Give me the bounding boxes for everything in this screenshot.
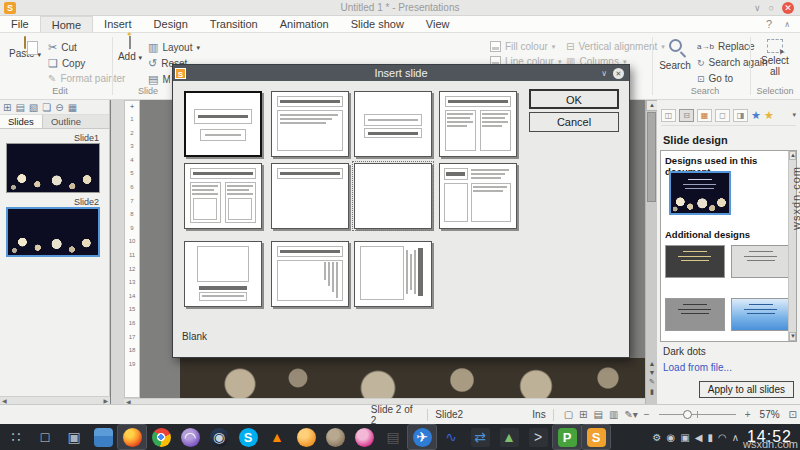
light-design-thumbnail[interactable]	[731, 245, 791, 278]
highlight-mini-icon[interactable]: ▮	[650, 388, 654, 396]
show-desktop-icon[interactable]: □	[31, 425, 59, 449]
volume-tray-icon[interactable]: ◀	[695, 432, 703, 443]
slide-list-item[interactable]: Slide1	[6, 133, 103, 193]
styles-icon[interactable]: ◻	[715, 109, 730, 122]
select-all-button[interactable]: Select all	[756, 39, 794, 77]
panel-tab-outline[interactable]: Outline	[43, 115, 89, 128]
content-title-layout[interactable]	[439, 163, 517, 229]
file-manager-icon[interactable]	[89, 425, 117, 449]
steam-icon[interactable]: ◉	[205, 425, 233, 449]
title-content-layout[interactable]	[271, 91, 349, 157]
blue-design-thumbnail[interactable]	[731, 298, 791, 331]
prev-slide-icon[interactable]: ▲	[649, 360, 656, 367]
new-slide-icon[interactable]: ▧	[29, 102, 38, 113]
messenger-app-icon[interactable]: ✈	[408, 425, 436, 449]
slide-thumbnail[interactable]	[6, 143, 100, 193]
menu-tab-insert[interactable]: Insert	[93, 16, 143, 32]
wifi-tray-icon[interactable]: ◠	[718, 432, 727, 443]
pen-tools-icon[interactable]: ✎▾	[624, 409, 637, 420]
cut-button[interactable]: ✂Cut	[48, 41, 77, 54]
content-caption-layout[interactable]	[184, 241, 262, 307]
zoom-slider-handle[interactable]	[683, 410, 692, 419]
audio-app-icon[interactable]: ∿	[437, 425, 465, 449]
format-painter-button[interactable]: ✎Format painter	[48, 73, 125, 84]
scrollbar-thumb[interactable]	[647, 112, 656, 202]
normal-view-icon[interactable]: ▢	[564, 409, 573, 420]
dialog-close-icon[interactable]: ✕	[613, 68, 624, 79]
zoom-in-button[interactable]: +	[745, 409, 751, 420]
gray-design-thumbnail[interactable]	[665, 298, 725, 331]
next-slide-icon[interactable]: ▼	[649, 369, 656, 376]
menu-tab-home[interactable]: Home	[40, 16, 93, 32]
menu-tab-slide-show[interactable]: Slide show	[340, 16, 415, 32]
vlc-icon[interactable]: ▲	[263, 425, 291, 449]
collapse-ribbon-icon[interactable]: ∧	[784, 20, 790, 29]
vertical-title-text-layout[interactable]	[354, 241, 432, 307]
slideshow-icon[interactable]: ▦	[68, 102, 77, 113]
custom-animation-icon[interactable]: ⊟	[679, 109, 694, 122]
battery-tray-icon[interactable]: ▮	[707, 432, 713, 443]
navigator-icon[interactable]: ◨	[733, 109, 748, 122]
record-tray-icon[interactable]: ◉	[666, 432, 675, 443]
used-design-thumbnail[interactable]	[669, 171, 731, 215]
menu-tab-animation[interactable]: Animation	[269, 16, 340, 32]
zoom-out-button[interactable]: −	[644, 409, 650, 420]
app-launcher-icon[interactable]: ∷	[2, 425, 30, 449]
clipboard-app-icon[interactable]: ▤	[379, 425, 407, 449]
fit-slide-icon[interactable]: ⊡	[789, 409, 797, 420]
notes-page-icon[interactable]: ▤	[593, 409, 602, 420]
title-only-layout[interactable]	[271, 163, 349, 229]
menu-tab-transition[interactable]: Transition	[199, 16, 269, 32]
manage-button[interactable]: ▤Manage	[148, 73, 170, 86]
replace-button[interactable]: a→bReplace	[697, 41, 755, 52]
menu-tab-view[interactable]: View	[415, 16, 461, 32]
music-player-icon[interactable]	[292, 425, 320, 449]
close-icon[interactable]: ✕	[782, 2, 794, 14]
canvas-vertical-scrollbar[interactable]: ▲ ▲ ▼ ✎ ▮	[645, 100, 657, 404]
image-viewer-icon[interactable]: ▲	[495, 425, 523, 449]
chrome-icon[interactable]	[147, 425, 175, 449]
two-content-layout[interactable]	[184, 163, 262, 229]
slide-list-item[interactable]: Slide2	[6, 197, 103, 257]
slides-panel-scrollbar[interactable]: ◀▶	[0, 396, 110, 404]
zoom-slider[interactable]	[659, 414, 736, 415]
title-slide-layout[interactable]	[184, 91, 262, 157]
web-browser-icon[interactable]: ◠	[176, 425, 204, 449]
skype-icon[interactable]: S	[234, 425, 262, 449]
dark-design-thumbnail[interactable]	[665, 245, 725, 278]
outline-view-icon[interactable]: ▤	[15, 102, 24, 113]
star-yellow-icon[interactable]: ★	[764, 109, 774, 122]
clipboard-tray-icon[interactable]: ▣	[680, 432, 689, 443]
pen-mini-icon[interactable]: ✎	[649, 378, 655, 386]
screenshot-tool-icon[interactable]: ▣	[60, 425, 88, 449]
menu-tab-design[interactable]: Design	[143, 16, 199, 32]
cancel-button[interactable]: Cancel	[529, 112, 619, 132]
load-from-file-link[interactable]: Load from file...	[663, 362, 732, 373]
transfer-app-icon[interactable]: ⇄	[466, 425, 494, 449]
master-pages-icon[interactable]: ◫	[661, 109, 676, 122]
title-vertical-text-layout[interactable]	[271, 241, 349, 307]
tray-expand-icon[interactable]: ∧	[732, 432, 739, 443]
ok-button[interactable]: OK	[529, 89, 619, 109]
duplicate-slide-icon[interactable]: ❏	[42, 102, 51, 113]
blank-layout[interactable]	[354, 163, 432, 229]
search-button[interactable]: Search	[658, 39, 692, 71]
gimp-icon[interactable]	[321, 425, 349, 449]
layout-button[interactable]: ▥Layout▾	[148, 41, 200, 54]
slide-sorter-icon[interactable]: ⊞	[579, 409, 587, 420]
presentations-app-icon[interactable]: S	[582, 425, 610, 449]
gallery-icon[interactable]: ▦	[697, 109, 712, 122]
title-two-content-layout[interactable]	[439, 91, 517, 157]
dialog-titlebar[interactable]: S Insert slide ∨ ✕	[173, 65, 629, 81]
firefox-icon[interactable]	[118, 425, 146, 449]
paste-button[interactable]: Paste ▾	[8, 37, 42, 59]
settings-tray-icon[interactable]: ⚙	[653, 432, 662, 443]
normal-view-icon[interactable]: ⊞	[3, 102, 11, 113]
terminal-icon[interactable]: >	[524, 425, 552, 449]
vertical-alignment-button[interactable]: ⊟Vertical alignment▾	[566, 41, 665, 52]
apply-to-all-slides-button[interactable]: Apply to all slides	[699, 381, 794, 398]
minimize-icon[interactable]: ∨	[754, 2, 761, 14]
chevron-down-icon[interactable]: ▾	[792, 111, 796, 119]
pink-app-icon[interactable]	[350, 425, 378, 449]
maximize-icon[interactable]: ○	[769, 2, 774, 14]
